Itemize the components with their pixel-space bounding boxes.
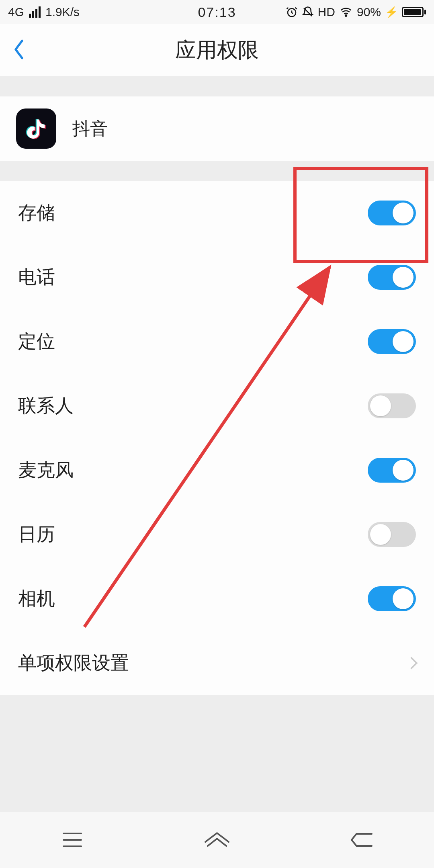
hd-indicator: HD <box>318 5 335 19</box>
permission-label: 定位 <box>18 329 55 354</box>
nav-recents-button[interactable] <box>56 828 88 852</box>
app-name: 抖音 <box>72 117 108 141</box>
app-info-row: 抖音 <box>0 96 434 161</box>
permission-label: 联系人 <box>18 393 74 418</box>
permission-toggle-location[interactable] <box>368 329 416 354</box>
permission-row-contacts: 联系人 <box>0 374 434 438</box>
status-time: 07:13 <box>198 4 236 20</box>
section-gap <box>0 76 434 96</box>
permission-toggle-contacts[interactable] <box>368 393 416 418</box>
signal-icon <box>29 6 41 18</box>
svg-point-1 <box>345 15 347 16</box>
alarm-icon <box>286 6 298 18</box>
wifi-icon <box>339 6 353 18</box>
system-nav-bar <box>0 812 434 868</box>
status-right: HD 90% ⚡ <box>286 5 426 19</box>
permission-label: 相机 <box>18 586 55 611</box>
permission-toggle-calendar[interactable] <box>368 522 416 547</box>
permission-row-phone: 电话 <box>0 245 434 309</box>
status-left: 4G 1.9K/s <box>8 5 80 19</box>
permission-row-mic: 麦克风 <box>0 438 434 502</box>
permission-row-storage: 存储 <box>0 181 434 245</box>
permission-label: 麦克风 <box>18 458 74 483</box>
battery-percent: 90% <box>357 5 381 19</box>
battery-icon <box>402 7 426 17</box>
header: 应用权限 <box>0 24 434 76</box>
network-speed: 1.9K/s <box>45 5 80 19</box>
more-permission-settings[interactable]: 单项权限设置 <box>0 631 434 695</box>
network-type: 4G <box>8 5 24 19</box>
permission-toggle-phone[interactable] <box>368 265 416 290</box>
permission-toggle-mic[interactable] <box>368 458 416 483</box>
permission-list: 存储电话定位联系人麦克风日历相机单项权限设置 <box>0 181 434 695</box>
section-gap <box>0 161 434 181</box>
permission-label: 存储 <box>18 201 55 225</box>
permission-label: 日历 <box>18 522 55 547</box>
status-bar: 4G 1.9K/s 07:13 HD 90% ⚡ <box>0 0 434 24</box>
nav-back-button[interactable] <box>346 828 378 852</box>
permission-row-calendar: 日历 <box>0 502 434 567</box>
more-settings-label: 单项权限设置 <box>18 651 129 676</box>
permission-toggle-storage[interactable] <box>368 201 416 225</box>
dnd-icon <box>302 6 314 18</box>
back-button[interactable] <box>12 39 26 62</box>
app-icon-douyin <box>16 108 56 149</box>
nav-home-button[interactable] <box>201 828 233 852</box>
chevron-right-icon <box>405 657 418 669</box>
page-title: 应用权限 <box>175 36 259 64</box>
charging-icon: ⚡ <box>385 6 398 18</box>
permission-label: 电话 <box>18 265 55 290</box>
permission-row-camera: 相机 <box>0 567 434 631</box>
permission-toggle-camera[interactable] <box>368 586 416 611</box>
permission-row-location: 定位 <box>0 309 434 374</box>
